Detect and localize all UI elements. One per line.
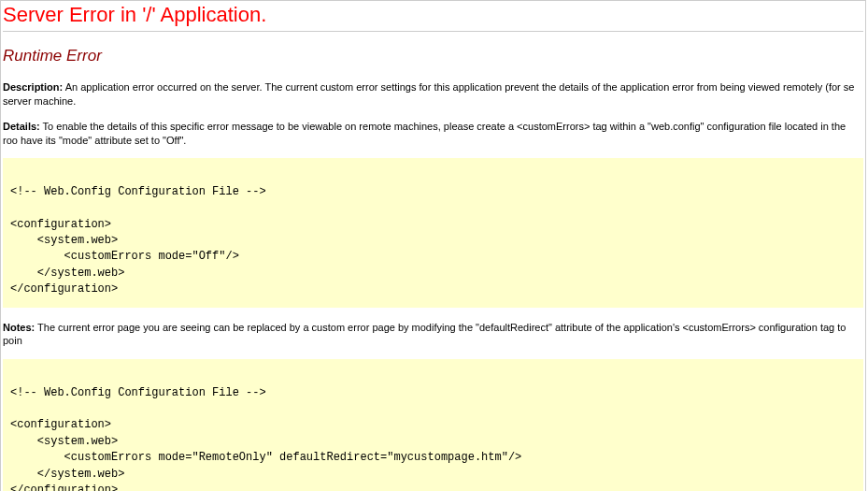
notes-text: The current error page you are seeing ca… [3, 322, 846, 347]
description-paragraph: Description: An application error occurr… [3, 80, 863, 108]
config-code-block-off: <!-- Web.Config Configuration File --> <… [3, 158, 863, 307]
notes-paragraph: Notes: The current error page you are se… [3, 321, 863, 349]
details-text: To enable the details of this specific e… [3, 121, 846, 146]
error-subtitle: Runtime Error [3, 47, 865, 65]
details-label: Details: [3, 121, 40, 132]
description-text: An application error occurred on the ser… [3, 81, 854, 107]
title-divider [3, 31, 863, 32]
details-paragraph: Details: To enable the details of this s… [3, 120, 863, 148]
page-title: Server Error in '/' Application. [3, 3, 865, 27]
error-page: Server Error in '/' Application. Runtime… [0, 0, 866, 491]
config-code-block-remoteonly: <!-- Web.Config Configuration File --> <… [3, 359, 863, 491]
description-label: Description: [3, 81, 63, 93]
notes-label: Notes: [3, 322, 35, 333]
